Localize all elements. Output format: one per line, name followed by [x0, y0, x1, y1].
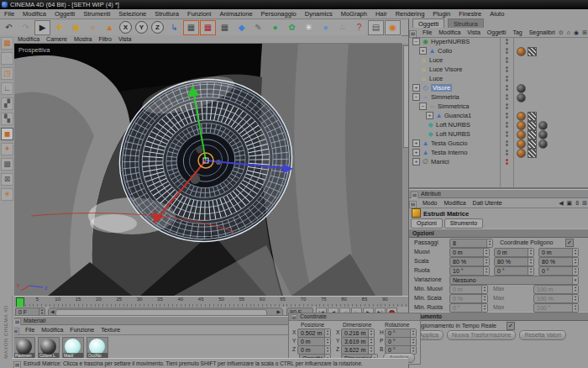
om-menu-oggetti[interactable]: Oggetti — [484, 28, 510, 37]
make-editable-icon[interactable]: ▦ — [1, 37, 13, 50]
resetta-valori-button[interactable]: Resetta Valori — [519, 330, 565, 340]
add-nurbs-icon[interactable]: ● — [267, 20, 283, 35]
mat-menu-modifica[interactable]: Modifica — [38, 325, 66, 334]
visibility-dots[interactable] — [503, 66, 510, 73]
add-deformer-icon[interactable]: ✳ — [301, 20, 317, 35]
edges-mode-icon[interactable]: ▚ — [1, 113, 13, 125]
menu-dynamics[interactable]: Dynamics — [301, 9, 337, 18]
object-axis-mode-icon[interactable]: ∟ — [1, 82, 13, 95]
add-scene-icon[interactable]: ● — [318, 20, 333, 35]
add-modeling-icon[interactable]: ✿ — [284, 20, 300, 35]
visibility-dots[interactable] — [503, 149, 510, 156]
attr-menu-dati-utente[interactable]: Dati Utente — [470, 198, 506, 208]
back-arrow-icon[interactable]: ◀ — [559, 200, 563, 206]
menu-finestre[interactable]: Finestre — [454, 9, 486, 18]
tree-item-testa-interno[interactable]: +▲Testa Interno — [409, 148, 588, 157]
live-selection-icon[interactable]: ▶ — [34, 20, 50, 35]
visibility-dots[interactable] — [503, 112, 510, 119]
tree-expander-icon[interactable]: + — [412, 158, 420, 166]
search-icon[interactable]: ⊙ — [559, 29, 564, 35]
menu-personaggio[interactable]: Personaggio — [257, 9, 301, 18]
lock-icon[interactable]: ▣ — [567, 200, 573, 206]
menu-rendering[interactable]: Rendering — [391, 9, 429, 18]
tree-item-hypernurbs[interactable]: −◉HyperNURBS — [409, 37, 588, 46]
snap-settings-icon[interactable]: ✳ — [1, 188, 13, 201]
title-bar[interactable]: CINEMA 4D (64 Bit) - [SETH WIP (4) *] — [0, 0, 588, 9]
tree-item-guancia1[interactable]: +▲Guancia1 — [409, 111, 588, 120]
texture-mode-icon[interactable]: ▩ — [1, 158, 13, 171]
material-thumb-pavimen[interactable]: Pavimen — [13, 337, 35, 359]
realtime-checkbox[interactable]: ✓ — [507, 322, 515, 330]
tree-expander-icon[interactable]: − — [412, 93, 420, 101]
bookmark-home-icon[interactable]: ⌂ — [567, 29, 570, 35]
menu-funzioni[interactable]: Funzioni — [183, 9, 215, 18]
menu-hair[interactable]: Hair — [371, 9, 391, 18]
redo-icon[interactable]: ↷ — [18, 20, 34, 35]
add-particles-icon[interactable]: ∴ — [334, 20, 350, 35]
om-menu-tag[interactable]: Tag — [509, 28, 525, 37]
points-mode-icon[interactable]: ▞ — [1, 97, 13, 110]
nuova-trasformazione-button[interactable]: Nuova Trasformazione — [447, 330, 516, 340]
disabled-mode-icon[interactable]: ◌ — [1, 52, 13, 65]
visibility-dots[interactable] — [503, 38, 510, 45]
add-spline-icon[interactable]: ✎ — [250, 20, 266, 35]
rotate-tool-icon[interactable]: ○ — [85, 20, 101, 35]
menu-mograph[interactable]: MoGraph — [337, 9, 371, 18]
coordinate-poligono-checkbox[interactable]: ✓ — [565, 239, 574, 247]
attr-menu-modifica[interactable]: Modifica — [441, 198, 470, 208]
lock-y-button[interactable]: Y — [135, 21, 148, 34]
tree-item-manici[interactable]: +∅Manici — [409, 157, 588, 166]
visibility-dots[interactable] — [503, 84, 510, 92]
lock-x-button[interactable]: X — [119, 21, 132, 34]
menu-selezione[interactable]: Selezione — [114, 9, 150, 18]
visibility-dots[interactable] — [503, 139, 510, 147]
visibility-dots[interactable] — [503, 47, 510, 55]
menu-oggetti[interactable]: Oggetti — [50, 9, 79, 18]
workplane-icon[interactable]: ▤ — [368, 20, 384, 35]
tree-expander-icon[interactable]: + — [412, 139, 420, 147]
visibility-dots[interactable] — [503, 75, 510, 82]
tree-item-simmetria[interactable]: −⇔Simmetria — [409, 92, 588, 102]
tree-expander-icon[interactable]: + — [419, 47, 427, 55]
timeline-ruler[interactable]: 51015202530354045505560657075808590 — [14, 296, 408, 308]
history-icon[interactable]: 8 — [575, 200, 579, 206]
tree-item-loft-nurbs[interactable]: ◆Loft NURBS — [409, 120, 588, 129]
tab-opzioni[interactable]: Opzioni — [411, 218, 443, 229]
isoline-icon[interactable]: ◉ — [385, 20, 401, 35]
tool-section-header[interactable]: Strumento — [409, 312, 588, 321]
tree-item-testa-guscio[interactable]: +▲Testa Guscio — [409, 139, 588, 148]
mat-menu-file[interactable]: File — [22, 325, 38, 334]
menu-modifica[interactable]: Modifica — [18, 9, 50, 18]
options-section-header[interactable]: Opzioni — [409, 229, 588, 238]
mat-menu-texture[interactable]: Texture — [97, 325, 123, 334]
menu-strumenti[interactable]: Strumenti — [79, 9, 114, 18]
material-thumb-maot[interactable]: Maot — [62, 337, 84, 359]
visibility-dots[interactable] — [503, 93, 510, 101]
visibility-dots[interactable] — [503, 56, 510, 64]
tree-item-collo[interactable]: +▲Collo — [409, 46, 588, 55]
vp-menu-modifica[interactable]: Modifica — [14, 35, 43, 43]
om-menu-segnalibri[interactable]: Segnalibri — [526, 28, 559, 37]
expand-panel-icon[interactable]: ⊞ — [582, 200, 587, 206]
animation-mode-icon[interactable]: ✦ — [1, 143, 13, 155]
texture-axis-mode-icon[interactable]: ⊠ — [1, 173, 13, 186]
scale-tool-icon[interactable]: ▣ — [68, 20, 84, 35]
expand-panel-icon[interactable]: ⊞ — [582, 29, 587, 35]
mat-menu-funzione[interactable]: Funzione — [66, 325, 97, 334]
tree-item-luce[interactable]: ☼Luce — [409, 55, 588, 65]
visibility-dots[interactable] — [503, 121, 510, 129]
tree-item-luce[interactable]: ☼Luce — [409, 74, 588, 83]
vp-menu-vista[interactable]: Vista — [115, 35, 134, 43]
tab-strumento[interactable]: Strumento — [444, 218, 483, 229]
min-field[interactable]: 0 °▴▾ — [449, 303, 488, 313]
render-picture-icon[interactable]: ▦ — [200, 20, 216, 35]
tree-item-luce-visore[interactable]: ☼Luce Visore — [409, 65, 588, 74]
tree-expander-icon[interactable]: + — [412, 84, 420, 92]
material-thumb-occhio[interactable]: Occhio — [87, 337, 108, 359]
lock-z-button[interactable]: Z — [151, 21, 164, 34]
tree-item-loft-nurbs[interactable]: ◆Loft NURBS — [409, 129, 588, 139]
menu-file[interactable]: File — [0, 9, 18, 18]
panel-menu-icon[interactable]: ▤ — [409, 201, 417, 208]
undo-icon[interactable]: ↶ — [1, 20, 17, 35]
move-tool-icon[interactable]: ✚ — [51, 20, 67, 35]
